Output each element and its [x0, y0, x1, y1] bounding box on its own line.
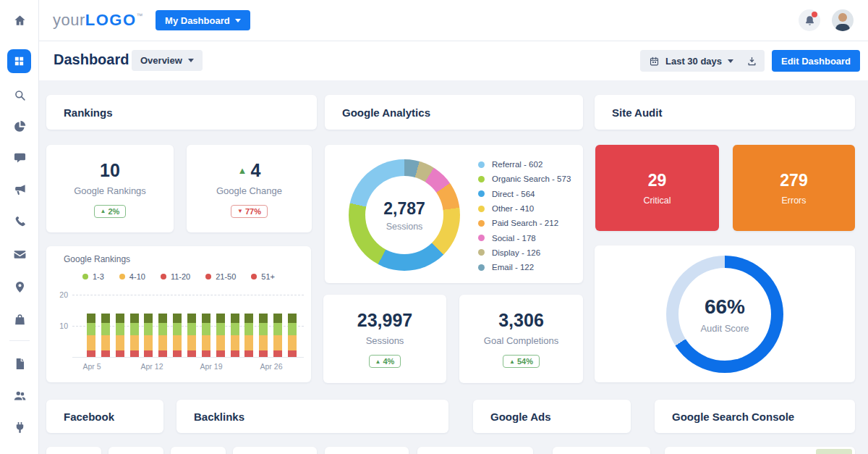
stat-value: 3,306 [498, 310, 544, 331]
bar-segment [202, 335, 210, 351]
dashboard-page: yourLOGO™ My Dashboard Dashboard Overvie… [0, 0, 868, 454]
google-analytics-section-title: Google Analytics [325, 95, 583, 130]
sidebar-item-mail[interactable] [11, 245, 28, 263]
stat-label: Goal Completions [484, 335, 558, 346]
bar-segment [144, 335, 153, 351]
partial-badge [816, 449, 852, 454]
google-ads-section-card: Google Ads [473, 400, 631, 433]
badge-text: 2% [109, 207, 120, 216]
phone-icon [13, 214, 27, 228]
bar-chart-plot: 2010Apr 5Apr 12Apr 19Apr 26 [46, 246, 311, 382]
rankings-section-card: Rankings [46, 95, 317, 130]
goal-completions-stat-card: 3,306 Goal Completions ▲ 54% [459, 295, 583, 383]
legend-dot [478, 264, 485, 271]
errors-count: 279 [780, 171, 807, 190]
my-dashboard-button[interactable]: My Dashboard [156, 10, 250, 30]
sidebar-item-chat[interactable] [11, 149, 28, 167]
donut-legend-item: Referral - 602 [478, 157, 571, 172]
donut-legend-item: Direct - 564 [478, 187, 571, 201]
google-analytics-section-card: Google Analytics [325, 95, 583, 130]
bar-segment [101, 350, 110, 357]
badge-text: 77% [245, 207, 261, 216]
sidebar-item-shopping-bag[interactable] [11, 311, 28, 328]
stacked-bar [259, 314, 268, 357]
edit-dashboard-label: Edit Dashboard [781, 56, 851, 67]
legend-dot [478, 176, 485, 182]
avatar-head [838, 13, 847, 22]
bar-segment [273, 350, 282, 357]
bar-segment [244, 323, 253, 335]
sessions-total-label: Sessions [386, 222, 423, 232]
sidebar-item-search[interactable] [11, 86, 28, 104]
y-axis-tick: 10 [51, 321, 68, 330]
sidebar-item-users[interactable] [11, 387, 28, 404]
bar-segment [116, 350, 124, 357]
stacked-bar [216, 314, 225, 357]
bar-segment [101, 314, 110, 323]
donut-center: 2,787 Sessions [349, 159, 460, 271]
my-dashboard-label: My Dashboard [165, 15, 230, 26]
stacked-bar [87, 314, 95, 357]
sidebar-item-location[interactable] [11, 278, 28, 295]
partial-card [325, 447, 409, 454]
change-badge: ▲ 4% [369, 355, 401, 368]
bar-segment [259, 314, 268, 323]
bar-segment [116, 335, 124, 351]
donut-legend: Referral - 602Organic Search - 573Direct… [478, 157, 571, 274]
google-rankings-stat-card: 10 Google Rankings ▲ 2% [46, 145, 174, 232]
badge-text: 4% [383, 357, 395, 366]
donut-center: 66% Audit Score [666, 256, 783, 373]
brand-logo[interactable]: yourLOGO™ [53, 11, 143, 30]
bar-segment [87, 335, 95, 351]
download-icon [746, 56, 757, 67]
download-button[interactable] [739, 50, 765, 72]
sessions-donut-chart: 2,787 Sessions [349, 159, 460, 271]
edit-dashboard-button[interactable]: Edit Dashboard [772, 50, 860, 72]
search-icon [13, 88, 27, 102]
stat-label: Google Change [216, 185, 282, 196]
stacked-bar [288, 314, 297, 357]
bar-segment [101, 335, 110, 351]
sidebar-item-plug[interactable] [11, 419, 28, 436]
stacked-bar [130, 314, 139, 357]
up-arrow-icon: ▲ [101, 208, 106, 214]
badge-text: 54% [517, 357, 533, 366]
stacked-bar [231, 314, 239, 357]
bar-segment [144, 350, 153, 357]
view-selector-dropdown[interactable]: Overview [132, 50, 203, 71]
donut-legend-item: Email - 122 [478, 260, 571, 274]
stacked-bar [244, 314, 253, 357]
bar-segment [130, 335, 139, 351]
sidebar-item-home[interactable] [11, 12, 28, 29]
bar-segment [187, 335, 196, 351]
view-selector-label: Overview [140, 55, 182, 66]
users-icon [13, 389, 27, 403]
down-arrow-icon: ▼ [237, 208, 243, 214]
sidebar-item-megaphone[interactable] [11, 180, 28, 198]
x-axis-tick: Apr 26 [253, 362, 289, 371]
backlinks-section-card: Backlinks [176, 400, 448, 433]
legend-label: Organic Search - 573 [492, 175, 571, 183]
pie-chart-icon [13, 119, 27, 133]
sidebar-item-pie-chart[interactable] [11, 117, 28, 135]
legend-dot [478, 220, 485, 227]
legend-label: Referral - 602 [492, 160, 542, 169]
change-badge: ▲ 54% [503, 355, 540, 368]
user-avatar[interactable] [832, 9, 854, 31]
x-axis-tick: Apr 19 [193, 362, 229, 371]
bar-segment [244, 350, 253, 357]
notifications-button[interactable] [799, 9, 820, 31]
sidebar-item-file[interactable] [11, 355, 28, 372]
critical-issues-card: 29 Critical [595, 145, 719, 231]
partial-card [109, 447, 163, 454]
bar-segment [202, 323, 210, 335]
date-range-dropdown[interactable]: Last 30 days [640, 50, 742, 72]
audit-score-donut-chart: 66% Audit Score [666, 256, 783, 373]
mail-icon [13, 248, 27, 261]
bar-segment [187, 323, 196, 335]
shopping-bag-icon [13, 313, 27, 327]
legend-label: Other - 410 [492, 204, 534, 213]
sidebar-item-phone[interactable] [11, 212, 28, 230]
facebook-section-card: Facebook [46, 400, 163, 433]
sidebar-item-dashboard-grid[interactable] [7, 49, 31, 73]
